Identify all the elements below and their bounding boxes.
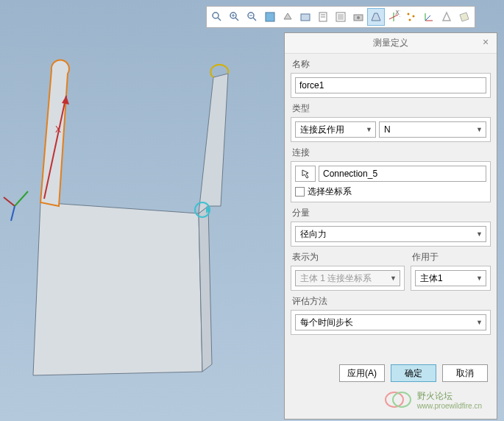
svg-line-6: [4, 197, 15, 206]
express-select: 主体 1 连接坐标系▼: [295, 270, 400, 286]
axes-icon[interactable]: xy: [385, 8, 402, 26]
name-input[interactable]: [295, 77, 486, 93]
eval-label: 评估方法: [291, 295, 491, 308]
svg-line-37: [425, 15, 430, 21]
zoom-in-icon[interactable]: [226, 8, 244, 26]
watermark-logo-icon: [383, 389, 413, 413]
svg-line-19: [253, 18, 256, 21]
coord-checkbox-label: 选择坐标系: [308, 185, 352, 198]
connection-field[interactable]: Connection_5: [319, 166, 486, 182]
planes-icon[interactable]: [455, 8, 473, 26]
svg-point-28: [357, 16, 360, 19]
view-toolbar: xy: [206, 6, 475, 28]
zoom-fit-icon[interactable]: [208, 8, 226, 26]
svg-line-7: [15, 191, 28, 206]
type-select[interactable]: 连接反作用▼: [295, 121, 376, 138]
watermark: 野火论坛 www.proewildfire.cn: [383, 389, 482, 413]
apply-to-label: 作用于: [411, 251, 491, 263]
csys-icon[interactable]: [420, 8, 438, 26]
svg-point-33: [413, 15, 415, 18]
points-icon[interactable]: [402, 8, 420, 26]
component-select[interactable]: 径向力▼: [295, 226, 486, 242]
eval-select[interactable]: 每个时间步长▼: [295, 314, 486, 330]
saved-views-icon[interactable]: [297, 8, 314, 26]
display-style-icon[interactable]: [279, 8, 297, 26]
viewport-3d[interactable]: X: [0, 0, 287, 421]
express-label: 表示为: [291, 251, 405, 263]
svg-line-16: [235, 18, 238, 21]
component-label: 分量: [291, 207, 491, 219]
svg-rect-20: [266, 13, 274, 21]
close-icon[interactable]: ×: [479, 36, 492, 49]
type-label: 类型: [291, 102, 491, 115]
svg-rect-26: [338, 14, 344, 20]
svg-point-34: [409, 19, 411, 21]
connection-label: 连接: [291, 146, 491, 159]
dialog-title-bar: 测量定义 ×: [285, 33, 497, 54]
measure-definition-dialog: 测量定义 × 名称 类型 连接反作用▼ N▼: [284, 32, 497, 420]
watermark-name: 野火论坛: [417, 392, 482, 401]
dialog-footer: 应用(A) 确定 取消: [339, 364, 488, 382]
svg-text:X: X: [55, 124, 61, 135]
svg-line-8: [11, 206, 15, 221]
name-label: 名称: [291, 58, 491, 71]
ok-button[interactable]: 确定: [391, 364, 436, 382]
pick-connection-button[interactable]: [295, 166, 316, 182]
svg-line-12: [218, 18, 221, 21]
view-manager-icon[interactable]: [314, 8, 332, 26]
svg-rect-21: [301, 14, 310, 21]
apply-to-select[interactable]: 主体1▼: [415, 270, 486, 286]
coord-checkbox[interactable]: [295, 187, 305, 197]
annotations-icon[interactable]: [438, 8, 455, 26]
perspective-icon[interactable]: [367, 8, 385, 26]
apply-button[interactable]: 应用(A): [339, 364, 385, 382]
svg-point-32: [408, 13, 410, 15]
repaint-icon[interactable]: [261, 8, 279, 26]
cancel-button[interactable]: 取消: [442, 364, 488, 382]
watermark-url: www.proewildfire.cn: [417, 402, 482, 410]
layers-icon[interactable]: [332, 8, 349, 26]
unit-select[interactable]: N▼: [379, 121, 486, 138]
svg-marker-2: [199, 74, 228, 213]
svg-point-11: [213, 13, 219, 18]
dialog-title: 测量定义: [373, 37, 408, 49]
svg-marker-0: [33, 202, 202, 375]
svg-text:xy: xy: [395, 10, 400, 17]
capture-icon[interactable]: [349, 8, 367, 26]
zoom-out-icon[interactable]: [244, 8, 261, 26]
